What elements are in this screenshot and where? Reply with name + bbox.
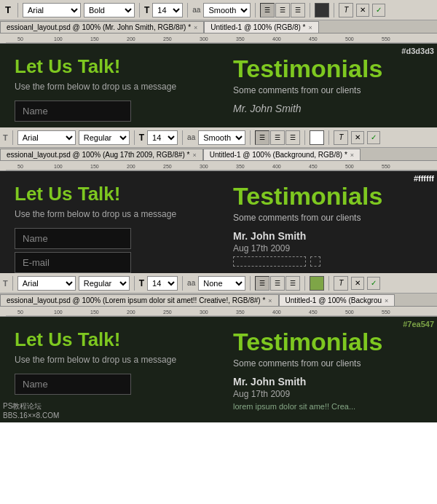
ruler-svg-2: 50 100 150 200 250 300 350 400 450 500 5… <box>6 161 437 171</box>
cancel-btn[interactable]: ✕ <box>356 4 369 17</box>
anti-alias-select-2[interactable]: Smooth <box>198 130 245 145</box>
svg-text:450: 450 <box>309 164 318 169</box>
watermark: PS教程论坛 BBS.16××8.COM <box>3 401 59 420</box>
anti-alias-select[interactable]: Smooth <box>203 3 251 17</box>
left-heading-3: Let Us Talk! <box>15 328 204 351</box>
tab-layout-2[interactable]: essional_layout.psd @ 100% (Aug 17th 200… <box>0 149 203 160</box>
testimonials-heading-1: Testimonials <box>233 55 422 82</box>
svg-text:250: 250 <box>163 310 172 315</box>
left-panel-2: Let Us Talk! Use the form below to drop … <box>0 171 219 273</box>
name-field-3[interactable]: Name <box>15 374 131 395</box>
name-field-2[interactable]: Name <box>15 228 131 249</box>
anti-alias-select-3[interactable]: None <box>198 276 245 291</box>
size-t-icon-2: T <box>139 133 144 143</box>
left-sub-1: Use the form below to drop us a message <box>15 81 204 93</box>
cancel-btn-2[interactable]: ✕ <box>351 131 364 144</box>
svg-text:50: 50 <box>17 36 23 42</box>
watermark-line1: PS教程论坛 <box>3 401 59 412</box>
ruler-3: 50 100 150 200 250 300 350 400 450 500 5… <box>0 307 437 317</box>
align-left-btn[interactable]: ☰ <box>260 3 275 17</box>
tabbar-2: essional_layout.psd @ 100% (Aug 17th 200… <box>0 148 437 161</box>
testimonials-sub-1: Some comments from our clients <box>233 85 422 95</box>
align-right-btn-2[interactable]: ☰ <box>286 130 300 145</box>
color-swatch[interactable] <box>315 3 329 17</box>
name-field-1[interactable]: Name <box>15 101 131 122</box>
tab-untitled-3[interactable]: Untitled-1 @ 100% (Backgrou × <box>279 294 395 306</box>
svg-text:550: 550 <box>382 310 390 315</box>
color-swatch-2[interactable] <box>310 130 324 145</box>
divider-7 <box>12 130 13 145</box>
commit-btn[interactable]: ✓ <box>372 4 385 17</box>
tab-close-3[interactable]: × <box>192 151 196 159</box>
font-size-select[interactable]: 14 px <box>152 3 183 17</box>
tab-layout-3[interactable]: essional_layout.psd @ 100% (Lorem ipsum … <box>0 294 279 306</box>
warp-btn-2[interactable]: T <box>334 130 348 145</box>
divider-11 <box>304 130 305 145</box>
color-swatch-3[interactable] <box>310 276 324 291</box>
divider-10 <box>250 130 251 145</box>
svg-text:500: 500 <box>345 36 354 42</box>
font-style-select[interactable]: Bold <box>84 3 135 17</box>
ruler-2: 50 100 150 200 250 300 350 400 450 500 5… <box>0 161 437 171</box>
align-right-btn-3[interactable]: ☰ <box>286 276 300 291</box>
font-size-select-2[interactable]: 14 px <box>147 130 178 145</box>
font-size-select-3[interactable]: 14 px <box>147 276 178 291</box>
svg-text:350: 350 <box>236 164 245 169</box>
aa-label: aa <box>192 6 200 14</box>
selection-handles <box>233 256 422 267</box>
warp-btn[interactable]: T <box>339 3 353 17</box>
email-field-2[interactable]: E-mail <box>15 252 131 273</box>
font-family-select-2[interactable]: Arial <box>17 130 76 145</box>
align-center-btn-3[interactable]: ☰ <box>270 276 285 291</box>
svg-text:400: 400 <box>272 164 281 169</box>
align-center-btn[interactable]: ☰ <box>275 3 290 17</box>
tab-label-2: Untitled-1 @ 100% (RGB/8) * <box>210 23 305 31</box>
tab-close-5[interactable]: × <box>268 297 272 304</box>
svg-text:300: 300 <box>200 310 208 315</box>
color-tag-1: #d3d3d3 <box>401 47 434 55</box>
testimonials-heading-2: Testimonials <box>233 183 422 210</box>
tab-untitled-2[interactable]: Untitled-1 @ 100% (Background, RGB/8) * … <box>203 149 361 160</box>
color-tag-2: #ffffff <box>414 174 434 183</box>
divider-17 <box>304 276 305 291</box>
svg-text:200: 200 <box>127 310 135 315</box>
commit-btn-3[interactable]: ✓ <box>367 277 380 290</box>
font-style-select-2[interactable]: Regular <box>79 130 130 145</box>
svg-text:300: 300 <box>200 164 208 169</box>
font-style-select-3[interactable]: Regular <box>79 276 130 291</box>
align-right-btn[interactable]: ☰ <box>291 3 305 17</box>
align-left-btn-2[interactable]: ☰ <box>255 130 269 145</box>
divider-12 <box>328 130 329 145</box>
align-center-btn-2[interactable]: ☰ <box>270 130 285 145</box>
align-left-btn-3[interactable]: ☰ <box>255 276 269 291</box>
text-tool-icon: T <box>3 4 13 15</box>
cancel-btn-3[interactable]: ✕ <box>351 277 364 290</box>
svg-text:350: 350 <box>236 36 245 42</box>
left-panel-1: Let Us Talk! Use the form below to drop … <box>0 44 219 127</box>
divider-1 <box>17 3 18 17</box>
client-name-3: Mr. John Smith <box>233 376 422 387</box>
tab-close-2[interactable]: × <box>309 24 312 31</box>
svg-text:150: 150 <box>90 310 99 315</box>
svg-rect-0 <box>6 34 437 44</box>
font-family-select-3[interactable]: Arial <box>17 276 76 291</box>
commit-btn-2[interactable]: ✓ <box>367 131 380 144</box>
divider-2 <box>139 3 140 17</box>
align-group-3: ☰ ☰ ☰ <box>255 276 300 291</box>
svg-text:350: 350 <box>236 310 245 315</box>
toolbar-2: T Arial Regular T 14 px aa Smooth ☰ ☰ ☰ … <box>0 127 437 148</box>
tab-layout-1[interactable]: essioanl_layout.psd @ 100% (Mr. John Smi… <box>0 21 204 33</box>
tab-close-6[interactable]: × <box>385 297 388 304</box>
svg-text:100: 100 <box>54 164 63 169</box>
font-family-select[interactable]: Arial <box>23 3 81 17</box>
svg-rect-26 <box>6 307 437 317</box>
align-group-2: ☰ ☰ ☰ <box>255 130 300 145</box>
tab-untitled-1[interactable]: Untitled-1 @ 100% (RGB/8) * × <box>204 21 318 33</box>
warp-btn-3[interactable]: T <box>334 276 348 291</box>
right-panel-1: Testimonials Some comments from our clie… <box>219 44 437 127</box>
tab-close-1[interactable]: × <box>194 24 197 31</box>
tab-close-4[interactable]: × <box>350 151 354 159</box>
toolbar-3: T Arial Regular T 14 px aa None ☰ ☰ ☰ T … <box>0 273 437 294</box>
divider-5 <box>310 3 310 17</box>
svg-text:200: 200 <box>127 36 135 42</box>
